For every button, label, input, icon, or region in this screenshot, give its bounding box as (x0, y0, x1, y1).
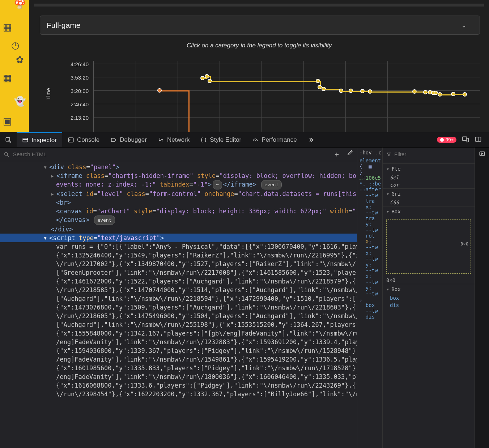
ghost-icon: 👻 (13, 94, 27, 108)
tab-label: Debugger (120, 136, 147, 144)
dom-tree[interactable]: ▾<div class="panel"> ▸<iframe class="cha… (0, 161, 357, 448)
panel-top-bar (34, 4, 484, 7)
tab-debugger[interactable]: Debugger (105, 132, 152, 147)
layout-panel: ▾Fle Sel cor ▾Gri CSS ▾Box 0×0 0×0 ▾Box … (382, 148, 475, 448)
section-flexbox[interactable]: Fle (391, 166, 400, 172)
game-sidebar: 🍄 ▦ ◷ ✿ ▦ 👻 ▣ (0, 0, 29, 132)
svg-rect-9 (476, 137, 481, 141)
search-html-input[interactable] (13, 151, 329, 157)
script-source: var runs = {"0":[{"label":"Any% - Physic… (0, 242, 357, 398)
tab-label: Inspector (31, 137, 57, 144)
flower-icon: ✿ (13, 52, 27, 67)
svg-text:!: ! (442, 138, 443, 141)
devtools-panel: Inspector Console Debugger Network Style… (0, 132, 489, 448)
devtools-sidebar-icons (475, 148, 489, 448)
y-axis-label: Time (45, 88, 51, 100)
error-count-badge[interactable]: ! 99+ (437, 137, 456, 143)
devtools-tabstrip: Inspector Console Debugger Network Style… (0, 132, 489, 148)
y-axis-ticks: 4:26:40 3:53:20 3:20:00 2:46:40 2:13:20 (54, 62, 92, 129)
section-box-model[interactable]: Box (391, 209, 400, 214)
grid-icon[interactable]: ▦ (369, 163, 371, 169)
tab-label: Performance (261, 136, 297, 144)
svg-point-11 (5, 152, 8, 155)
responsive-mode-icon[interactable] (462, 136, 469, 144)
svg-line-12 (7, 155, 9, 157)
tab-label: Network (167, 136, 190, 144)
eyedropper-icon[interactable] (347, 149, 353, 159)
plot-area[interactable] (93, 61, 480, 132)
play-icon[interactable] (479, 150, 485, 158)
tab-style-editor[interactable]: Style Editor (195, 132, 247, 147)
clock-icon: ◷ (8, 38, 22, 52)
wr-chart[interactable]: Click on a category in the legend to tog… (40, 42, 480, 129)
dock-mode-icon[interactable] (475, 136, 482, 144)
styles-filter-input[interactable] (394, 151, 471, 157)
svg-rect-3 (68, 138, 73, 142)
add-element-button[interactable]: ＋ (333, 149, 340, 159)
tab-inspector[interactable]: Inspector (17, 132, 62, 147)
html-search-bar: ＋ (0, 148, 357, 161)
search-icon (4, 152, 9, 157)
chart-subtitle: Click on a category in the legend to tog… (40, 42, 480, 49)
filter-icon (386, 152, 391, 157)
chart-panel: Full-game ⌄ Click on a category in the l… (29, 0, 489, 132)
svg-rect-1 (23, 138, 28, 142)
section-box-props[interactable]: Box (391, 286, 400, 292)
selected-dom-node[interactable]: ▾<script type="text/javascript"> (0, 234, 357, 242)
tab-console[interactable]: Console (62, 132, 105, 147)
tab-network[interactable]: Network (152, 132, 195, 147)
tab-label: Style Editor (210, 136, 241, 144)
tab-performance[interactable]: Performance (247, 132, 302, 147)
rules-panel[interactable]: :hov.cls element { ▦ } …f106e5 *, ::be :… (357, 148, 382, 448)
page-content: 🍄 ▦ ◷ ✿ ▦ 👻 ▣ Full-game ⌄ Click on a cat… (0, 0, 489, 132)
box-model-diagram[interactable]: 0×0 (386, 219, 471, 274)
mushroom-icon: 🍄 (13, 0, 27, 11)
dom-panel: ＋ ▾<div class="panel"> ▸<iframe class="c… (0, 148, 357, 448)
tab-label: Console (77, 136, 99, 144)
element-picker-button[interactable] (0, 132, 17, 147)
brick-icon: ▦ (0, 71, 14, 85)
section-grid[interactable]: Gri (391, 191, 400, 197)
tabs-overflow-button[interactable] (302, 132, 320, 147)
question-block-icon: ▣ (0, 114, 14, 128)
brick-icon: ▦ (0, 20, 14, 34)
svg-line-4 (255, 139, 256, 141)
level-select[interactable]: Full-game (40, 16, 480, 35)
